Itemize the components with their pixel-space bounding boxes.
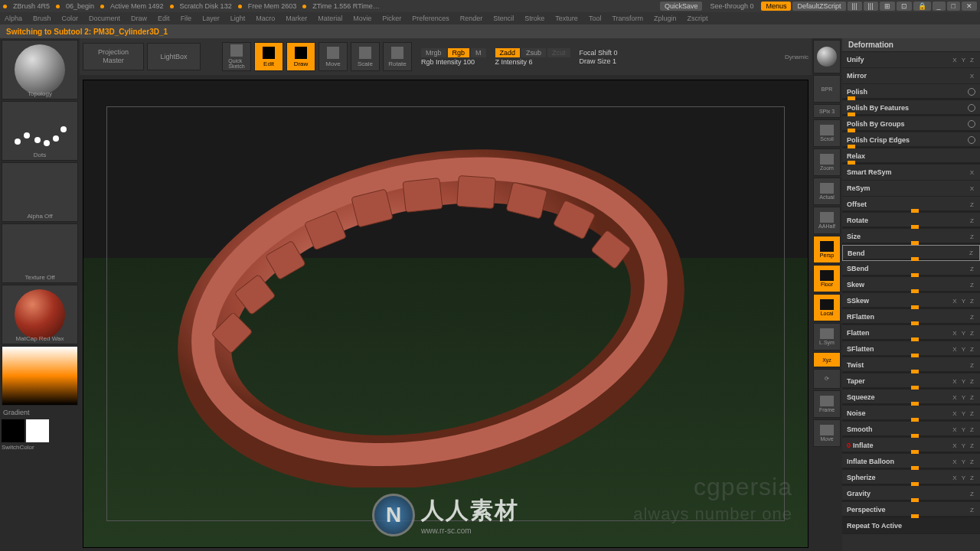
- menu-texture[interactable]: Texture: [555, 15, 578, 22]
- material-thumb[interactable]: MatCap Red Wax: [2, 285, 78, 344]
- offset-row[interactable]: OffsetZ: [842, 197, 980, 213]
- zsub-button[interactable]: Zsub: [521, 48, 546, 57]
- resym-row[interactable]: ReSymX: [842, 181, 980, 197]
- menu-alpha[interactable]: Alpha: [5, 15, 22, 22]
- gradient-label[interactable]: Gradient: [2, 407, 78, 418]
- alpha-thumb[interactable]: Alpha Off: [2, 162, 78, 222]
- z-intensity-slider[interactable]: Z Intensity 6: [495, 58, 570, 66]
- menu-material[interactable]: Material: [318, 15, 342, 22]
- mrgb-button[interactable]: Mrgb: [421, 48, 446, 57]
- local-button[interactable]: Local: [813, 294, 841, 321]
- menu-brush[interactable]: Brush: [33, 15, 51, 22]
- gravity-row[interactable]: GravityZ: [842, 486, 980, 502]
- lsym-button[interactable]: L.Sym: [813, 323, 841, 350]
- menu-color[interactable]: Color: [62, 15, 79, 22]
- seethrough-label[interactable]: See-through 0: [710, 2, 753, 10]
- switch-color[interactable]: [2, 419, 78, 442]
- stroke-thumb[interactable]: Dots: [2, 101, 78, 161]
- focal-shift-slider[interactable]: Focal Shift 0: [580, 49, 618, 57]
- unify-row[interactable]: UnifyX Y Z: [842, 52, 980, 68]
- move-button[interactable]: Move: [318, 42, 348, 71]
- rflatten-row[interactable]: RFlattenZ: [842, 309, 980, 325]
- bend-row[interactable]: BendZ: [842, 245, 980, 261]
- dynamic-label[interactable]: Dynamic: [785, 54, 808, 60]
- zcut-button[interactable]: Zcut: [547, 48, 570, 57]
- rgb-button[interactable]: Rgb: [448, 48, 470, 57]
- edit-button[interactable]: Edit: [254, 42, 283, 71]
- smooth-row[interactable]: SmoothX Y Z: [842, 422, 980, 438]
- squeeze-row[interactable]: SqueezeX Y Z: [842, 390, 980, 406]
- menu-zscript[interactable]: Zscript: [688, 15, 708, 22]
- noise-row[interactable]: NoiseX Y Z: [842, 406, 980, 422]
- window-control-2[interactable]: |||: [864, 2, 878, 11]
- frame-button[interactable]: Frame: [813, 390, 841, 418]
- brush-thumb[interactable]: Topology: [2, 40, 78, 99]
- polish-row[interactable]: Polish: [842, 84, 980, 100]
- xyz-button[interactable]: Xyz: [813, 352, 841, 367]
- menu-transform[interactable]: Transform: [612, 15, 643, 22]
- menu-layer[interactable]: Layer: [202, 15, 220, 22]
- quicksketch-button[interactable]: Quick Sketch: [222, 42, 251, 71]
- viewmove-button[interactable]: Move: [813, 419, 841, 447]
- maximize-button[interactable]: □: [947, 2, 960, 11]
- inflate-balloon-row[interactable]: Inflate BalloonX Y Z: [842, 454, 980, 470]
- lightbox-button[interactable]: LightBox: [147, 43, 201, 70]
- menu-edit[interactable]: Edit: [158, 15, 170, 22]
- draw-size-slider[interactable]: Draw Size 1: [580, 57, 618, 65]
- aahalf-button[interactable]: AAHalf: [813, 207, 841, 234]
- spix-slider[interactable]: SPix 3: [813, 104, 841, 118]
- menus-button[interactable]: Menus: [761, 2, 791, 11]
- texture-thumb[interactable]: Texture Off: [2, 223, 78, 283]
- bpr-button[interactable]: BPR: [813, 75, 841, 103]
- scale-button[interactable]: Scale: [351, 42, 380, 71]
- menu-macro[interactable]: Macro: [256, 15, 275, 22]
- scroll-button[interactable]: Scroll: [813, 119, 841, 147]
- menu-light[interactable]: Light: [230, 15, 246, 22]
- window-control-1[interactable]: |||: [848, 2, 862, 11]
- polish-groups-row[interactable]: Polish By Groups: [842, 116, 980, 132]
- menu-marker[interactable]: Marker: [286, 15, 307, 22]
- canvas-viewport[interactable]: N 人人素材 www.rr-sc.com cgpersia always num…: [83, 80, 808, 548]
- actual-button[interactable]: Actual: [813, 178, 841, 205]
- quicksave-button[interactable]: QuickSave: [660, 2, 703, 11]
- zoom-button[interactable]: Zoom: [813, 148, 841, 176]
- polish-features-row[interactable]: Polish By Features: [842, 100, 980, 116]
- projection-master-button[interactable]: Projection Master: [83, 43, 144, 70]
- menu-draw[interactable]: Draw: [131, 15, 147, 22]
- sskew-row[interactable]: SSkewX Y Z: [842, 293, 980, 309]
- smart-resym-row[interactable]: Smart ReSymX: [842, 165, 980, 181]
- menu-picker[interactable]: Picker: [382, 15, 401, 22]
- menu-document[interactable]: Document: [89, 15, 120, 22]
- repeat-row[interactable]: Repeat To Active: [842, 518, 980, 534]
- taper-row[interactable]: TaperX Y Z: [842, 373, 980, 390]
- polish-crisp-row[interactable]: Polish Crisp Edges: [842, 132, 980, 148]
- rotate-button[interactable]: Rotate: [383, 42, 412, 71]
- rgb-intensity-slider[interactable]: Rgb Intensity 100: [421, 58, 486, 66]
- close-button[interactable]: ✕: [962, 2, 977, 11]
- size-row[interactable]: SizeZ: [842, 229, 980, 245]
- deformation-header[interactable]: Deformation: [842, 38, 980, 52]
- menu-stencil[interactable]: Stencil: [493, 15, 514, 22]
- menu-movie[interactable]: Movie: [353, 15, 371, 22]
- flatten-row[interactable]: FlattenX Y Z: [842, 325, 980, 341]
- relax-row[interactable]: Relax: [842, 148, 980, 165]
- rotate-row[interactable]: RotateZ: [842, 213, 980, 229]
- persp-button[interactable]: Persp: [813, 236, 841, 263]
- floor-button[interactable]: Floor: [813, 265, 841, 292]
- spherize-row[interactable]: SpherizeX Y Z: [842, 470, 980, 486]
- rot-button[interactable]: ⟳: [813, 369, 841, 389]
- menu-tool[interactable]: Tool: [589, 15, 602, 22]
- sflatten-row[interactable]: SFlattenX Y Z: [842, 341, 980, 357]
- menu-zplugin[interactable]: Zplugin: [654, 15, 677, 22]
- mesh-object[interactable]: [155, 120, 707, 489]
- menu-render[interactable]: Render: [460, 15, 483, 22]
- default-zscript-button[interactable]: DefaultZScript: [792, 2, 845, 11]
- color-picker[interactable]: [2, 346, 78, 406]
- lock-button[interactable]: 🔒: [913, 2, 931, 11]
- draw-button[interactable]: Draw: [286, 42, 315, 71]
- inflate-row[interactable]: 0InflateX Y Z: [842, 438, 980, 454]
- render-sphere[interactable]: [813, 40, 841, 73]
- mirror-row[interactable]: MirrorX: [842, 68, 980, 84]
- twist-row[interactable]: TwistZ: [842, 357, 980, 373]
- zadd-button[interactable]: Zadd: [495, 48, 521, 57]
